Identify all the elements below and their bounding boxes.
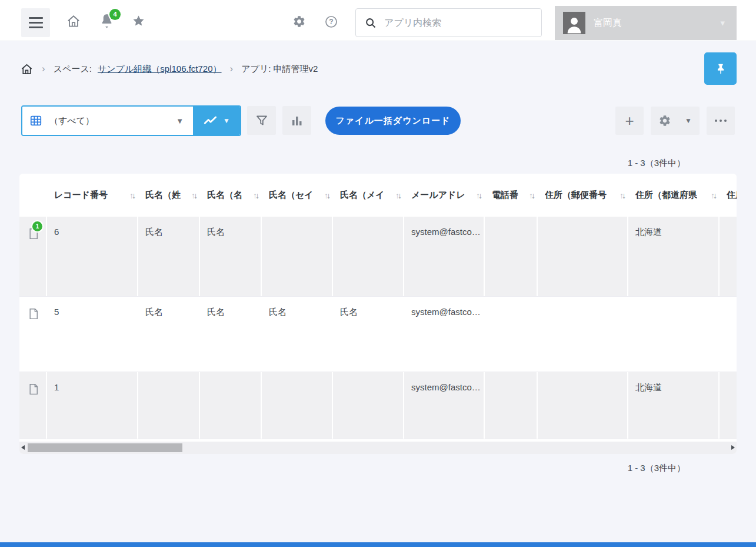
- table-cell: [333, 217, 403, 296]
- gear-icon: [292, 15, 306, 28]
- scroll-right-arrow-icon[interactable]: [731, 445, 735, 450]
- table-cell: 氏名: [200, 297, 261, 372]
- app-search-box: [355, 8, 542, 37]
- more-options-button[interactable]: [707, 107, 735, 135]
- table-row: 16氏名氏名system@fastco…北海道: [19, 217, 737, 297]
- sort-icon[interactable]: ↑↓: [129, 191, 137, 200]
- sort-icon[interactable]: ↑↓: [711, 191, 718, 200]
- sort-icon[interactable]: ↑↓: [620, 191, 627, 200]
- table-cell: 北海道: [628, 217, 718, 296]
- settings-button[interactable]: [292, 15, 306, 28]
- table-cell: [538, 297, 627, 372]
- table-cell: 1: [47, 372, 137, 439]
- table-cell: 氏名: [262, 297, 332, 372]
- user-name: 富岡真: [594, 17, 712, 29]
- table-row: 1system@fastco…北海道: [19, 372, 737, 439]
- table-cell: 5: [47, 297, 137, 372]
- record-range-top: 1 - 3（3件中）: [514, 158, 685, 169]
- breadcrumb-app-item: アプリ: 申請管理v2: [241, 64, 318, 75]
- table-cell: 6: [47, 217, 137, 296]
- breadcrumb: › スペース: サンプル組織（spl106.fct720） › アプリ: 申請管…: [20, 60, 318, 78]
- table-cell: [720, 217, 737, 296]
- portal-home-icon[interactable]: [66, 14, 81, 29]
- bar-chart-icon: [290, 114, 304, 128]
- help-button[interactable]: ?: [324, 15, 338, 29]
- table-cell: [720, 297, 737, 372]
- breadcrumb-home-icon[interactable]: [20, 62, 34, 76]
- app-settings-button[interactable]: ▼: [651, 107, 700, 135]
- table-cell: 氏名: [138, 217, 199, 296]
- column-header[interactable]: 電話番↑↓: [485, 174, 537, 217]
- column-header-label: 住所（郵便番号: [545, 190, 607, 201]
- breadcrumb-space-link[interactable]: サンプル組織（spl106.fct720）: [98, 64, 222, 75]
- search-icon: [364, 16, 377, 29]
- record-detail-link[interactable]: [28, 383, 39, 396]
- sort-icon[interactable]: ↑↓: [253, 191, 261, 200]
- column-header[interactable]: 氏名（名↑↓: [200, 174, 261, 217]
- help-icon: ?: [324, 15, 338, 29]
- hamburger-menu-button[interactable]: [21, 8, 50, 37]
- record-detail-link[interactable]: [28, 307, 39, 320]
- table-cell: [538, 372, 627, 439]
- sort-icon[interactable]: ↑↓: [529, 191, 537, 200]
- scrollbar-thumb[interactable]: [28, 443, 182, 452]
- column-header-label: レコード番号: [54, 190, 108, 201]
- table-cell: 北海道: [628, 372, 718, 439]
- star-icon: [131, 14, 146, 29]
- gear-icon: [658, 114, 671, 127]
- sort-icon[interactable]: ↑↓: [191, 191, 199, 200]
- record-icon-cell: [19, 297, 46, 372]
- horizontal-scrollbar[interactable]: [19, 442, 737, 454]
- avatar: [563, 12, 585, 34]
- column-header[interactable]: 氏名（姓↑↓: [138, 174, 199, 217]
- svg-text:?: ?: [329, 18, 333, 26]
- column-header[interactable]: 住所（都道府県↑↓: [628, 174, 718, 217]
- sort-icon[interactable]: ↑↓: [324, 191, 332, 200]
- icon-column-header: [19, 174, 46, 217]
- funnel-icon: [255, 114, 269, 128]
- sort-icon[interactable]: ↑↓: [476, 191, 484, 200]
- column-header-label: 氏名（セイ: [269, 190, 314, 201]
- user-menu[interactable]: 富岡真 ▾: [555, 6, 737, 40]
- chevron-down-icon: ▼: [176, 117, 184, 125]
- breadcrumb-separator: ›: [228, 63, 236, 75]
- table-row: 5氏名氏名氏名氏名system@fastco…: [19, 297, 737, 372]
- view-selector[interactable]: （すべて） ▼: [22, 107, 193, 135]
- record-range-bottom: 1 - 3（3件中）: [514, 463, 685, 474]
- table-cell: 氏名: [138, 297, 199, 372]
- plus-icon: +: [625, 113, 634, 128]
- add-record-button[interactable]: +: [615, 107, 644, 135]
- column-header-label: 氏名（メイ: [340, 190, 385, 201]
- bulk-file-download-button[interactable]: ファイル一括ダウンロード: [325, 107, 461, 135]
- table-cell: system@fastco…: [404, 217, 484, 296]
- record-icon-cell: 1: [19, 217, 46, 296]
- table-cell: system@fastco…: [404, 372, 484, 439]
- line-chart-icon: [203, 114, 218, 127]
- column-header[interactable]: 住所（郵便番号↑↓: [538, 174, 627, 217]
- column-header-label: メールアドレ: [411, 190, 465, 201]
- column-header-label: 住所（都道府県: [635, 190, 697, 201]
- graph-button[interactable]: [282, 106, 311, 135]
- table-cell: [262, 217, 332, 296]
- sort-icon[interactable]: ↑↓: [395, 191, 403, 200]
- table-cell: [538, 217, 627, 296]
- pin-announcement-button[interactable]: [704, 52, 737, 85]
- document-icon: [28, 307, 39, 320]
- column-header[interactable]: メールアドレ↑↓: [404, 174, 484, 217]
- column-header[interactable]: レコード番号↑↓: [47, 174, 137, 217]
- table-cell: [485, 297, 537, 372]
- search-input[interactable]: [384, 18, 533, 28]
- column-header-label: 電話番: [492, 190, 518, 201]
- person-icon: [564, 14, 584, 34]
- table-cell: system@fastco…: [404, 297, 484, 372]
- favorites-button[interactable]: [131, 14, 146, 29]
- column-header[interactable]: 住所↑↓: [720, 174, 737, 217]
- column-header[interactable]: 氏名（メイ↑↓: [333, 174, 403, 217]
- record-icon-cell: [19, 372, 46, 439]
- view-selected-label: （すべて）: [49, 115, 169, 127]
- scroll-left-arrow-icon[interactable]: [21, 445, 25, 450]
- chart-view-button[interactable]: ▼: [193, 107, 240, 135]
- filter-button[interactable]: [247, 106, 276, 135]
- column-header[interactable]: 氏名（セイ↑↓: [262, 174, 332, 217]
- table-cell: 氏名: [200, 217, 261, 296]
